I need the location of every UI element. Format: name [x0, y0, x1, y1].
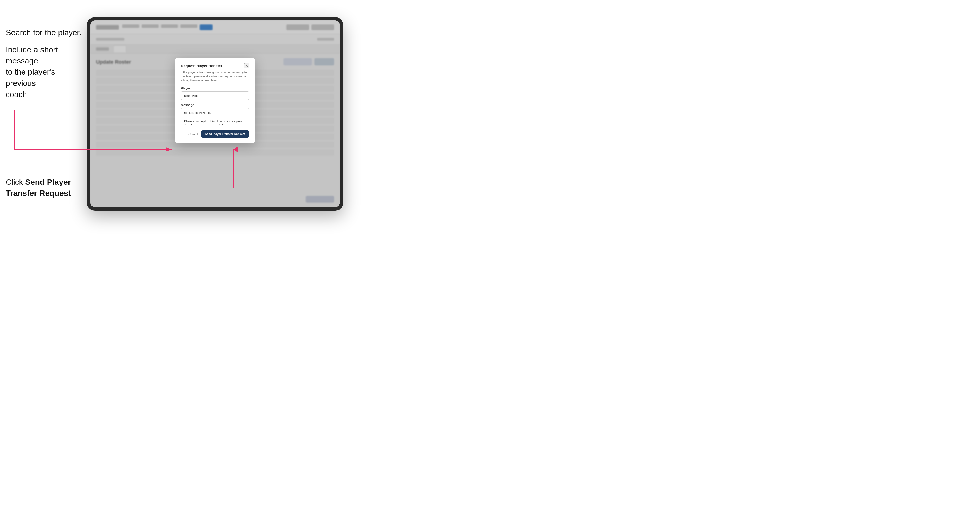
tablet-device: Update Roster — [87, 17, 343, 211]
cancel-button[interactable]: Cancel — [188, 132, 198, 136]
annotation-message-text: Include a short messageto the player's p… — [6, 44, 80, 100]
modal-description: If the player is transferring from anoth… — [181, 71, 249, 83]
modal-title: Request player transfer — [181, 64, 222, 68]
modal-header: Request player transfer × — [181, 63, 249, 68]
player-field-label: Player — [181, 87, 249, 90]
modal-close-button[interactable]: × — [244, 63, 249, 68]
annotation-click-prefix: Click — [6, 178, 25, 186]
modal-footer: Cancel Send Player Transfer Request — [181, 130, 249, 138]
annotation-search-text: Search for the player. — [6, 27, 81, 38]
tablet-screen: Update Roster — [90, 21, 340, 207]
send-transfer-request-button[interactable]: Send Player Transfer Request — [201, 130, 249, 138]
request-transfer-modal: Request player transfer × If the player … — [175, 57, 255, 143]
player-search-input[interactable] — [181, 91, 249, 100]
annotation-click-text: Click Send PlayerTransfer Request — [6, 176, 71, 199]
modal-overlay: Request player transfer × If the player … — [90, 21, 340, 207]
message-textarea[interactable]: Hi Coach McHarg, Please accept this tran… — [181, 108, 249, 125]
message-field-label: Message — [181, 103, 249, 107]
